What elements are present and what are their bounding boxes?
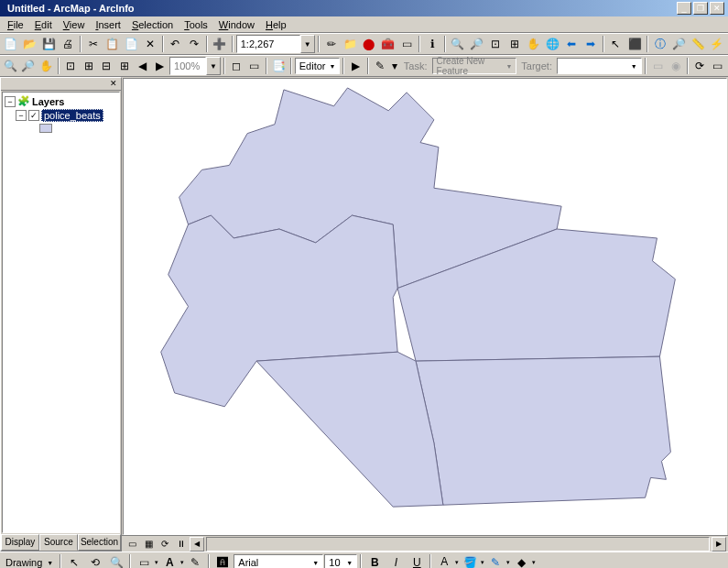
italic-button[interactable]: I <box>386 552 406 568</box>
close-button[interactable]: ✕ <box>710 2 724 15</box>
new-button[interactable]: 📄 <box>2 34 20 54</box>
full-extent-button[interactable]: 🌐 <box>543 34 561 54</box>
scroll-right-button[interactable]: ▶ <box>712 537 726 552</box>
minimize-button[interactable]: _ <box>677 2 691 15</box>
identify-button[interactable]: ⓘ <box>651 34 669 54</box>
chevron-down-icon[interactable]: ▾ <box>506 559 510 566</box>
select-elements-button[interactable]: ↖ <box>64 552 84 568</box>
command-line-button[interactable]: ▭ <box>398 34 417 54</box>
layout-fixed-zoom-in-button[interactable]: ⊟ <box>98 56 115 76</box>
menu-tools[interactable]: Tools <box>179 17 213 32</box>
add-data-button[interactable]: ➕ <box>211 34 229 54</box>
toggle-draft-button[interactable]: ◻ <box>228 56 245 76</box>
menu-help[interactable]: Help <box>260 17 292 32</box>
layout-pct-combo[interactable]: 100% ▼ <box>169 57 221 75</box>
focus-data-frame-button[interactable]: ▭ <box>246 56 264 76</box>
open-button[interactable]: 📂 <box>21 34 39 54</box>
split-tool-button[interactable]: ▭ <box>709 56 726 76</box>
bold-button[interactable]: B <box>364 552 385 568</box>
chevron-down-icon[interactable]: ▾ <box>155 559 158 566</box>
pause-drawing-button[interactable]: ⏸ <box>173 537 190 552</box>
sketch-properties-button[interactable]: ◉ <box>667 56 684 76</box>
tab-selection[interactable]: Selection <box>78 534 121 551</box>
redo-button[interactable]: ↷ <box>185 34 203 54</box>
layer-checkbox[interactable]: ✓ <box>28 110 39 121</box>
menu-insert[interactable]: Insert <box>90 17 126 32</box>
chevron-down-icon[interactable]: ▾ <box>180 559 184 566</box>
zoom-out-button[interactable]: 🔎 <box>468 34 486 54</box>
chevron-down-icon[interactable]: ▼ <box>47 560 57 566</box>
scale-combo[interactable]: 1:2,267 ▼ <box>236 35 315 53</box>
layer-label[interactable]: police_beats <box>41 109 103 122</box>
delete-button[interactable]: ✕ <box>141 34 159 54</box>
chevron-down-icon[interactable]: ▾ <box>481 559 484 566</box>
zoom-to-selected-button[interactable]: 🔍 <box>106 552 126 568</box>
layout-view-button[interactable]: ▦ <box>140 537 157 552</box>
select-elements-button[interactable]: ⬛ <box>625 34 644 54</box>
minus-icon[interactable]: − <box>5 96 16 107</box>
sketch-dropdown-icon[interactable]: ▾ <box>390 56 399 76</box>
zoom-whole-page-button[interactable]: ⊡ <box>62 56 80 76</box>
menu-edit[interactable]: Edit <box>29 17 58 32</box>
layout-prev-button[interactable]: ◀ <box>134 56 151 76</box>
data-view-button[interactable]: ▭ <box>124 537 140 552</box>
maximize-button[interactable]: ❐ <box>693 2 708 15</box>
next-extent-button[interactable]: ➡ <box>581 34 600 54</box>
menu-selection[interactable]: Selection <box>126 17 179 32</box>
tab-source[interactable]: Source <box>39 534 78 551</box>
toc-close-button[interactable]: ✕ <box>107 79 120 90</box>
horizontal-scrollbar[interactable] <box>206 537 710 552</box>
tab-display[interactable]: Display <box>1 534 39 551</box>
tree-layer[interactable]: − ✓ police_beats <box>5 108 117 123</box>
font-combo[interactable]: Arial ▼ <box>234 554 323 568</box>
editor-toolbar-button[interactable]: ✏ <box>322 34 341 54</box>
menu-window[interactable]: Window <box>213 17 260 32</box>
copy-button[interactable]: 📋 <box>103 34 122 54</box>
layer-symbol-swatch[interactable] <box>39 124 52 133</box>
scale-value[interactable]: 1:2,267 <box>236 35 300 53</box>
print-button[interactable]: 🖨 <box>59 34 77 54</box>
minus-icon[interactable]: − <box>16 110 27 121</box>
fixed-zoom-out-button[interactable]: ⊞ <box>505 34 524 54</box>
stop-icon[interactable]: ⬤ <box>360 34 378 54</box>
paste-button[interactable]: 📄 <box>122 34 140 54</box>
target-combo[interactable]: ▼ <box>557 58 642 74</box>
scale-dropdown-icon[interactable]: ▼ <box>300 35 315 53</box>
scroll-left-button[interactable]: ◀ <box>190 537 204 552</box>
tree-root[interactable]: − 🧩 Layers <box>5 94 117 108</box>
size-combo[interactable]: 10 ▼ <box>324 554 357 568</box>
undo-button[interactable]: ↶ <box>167 34 185 54</box>
font-color-button[interactable]: A <box>434 552 454 568</box>
arctoolbox-button[interactable]: 🧰 <box>379 34 397 54</box>
toc-tree[interactable]: − 🧩 Layers − ✓ police_beats <box>2 92 120 533</box>
new-rectangle-button[interactable]: ▭ <box>134 552 154 568</box>
menu-file[interactable]: File <box>2 17 29 32</box>
line-color-button[interactable]: ✎ <box>485 552 505 568</box>
layout-zoom-out-button[interactable]: 🔎 <box>20 56 38 76</box>
editor-menu[interactable]: Editor ▼ <box>295 58 341 74</box>
arccatalog-button[interactable]: 📁 <box>341 34 359 54</box>
measure-button[interactable]: 📏 <box>689 34 707 54</box>
find-button[interactable]: 🔎 <box>670 34 689 54</box>
zoom-in-button[interactable]: 🔍 <box>449 34 467 54</box>
fill-color-button[interactable]: 🪣 <box>460 552 480 568</box>
chevron-down-icon[interactable]: ▾ <box>532 559 536 566</box>
pan-button[interactable]: ✋ <box>525 34 543 54</box>
fixed-zoom-in-button[interactable]: ⊡ <box>486 34 505 54</box>
zoom-100-button[interactable]: ⊞ <box>80 56 97 76</box>
layout-fixed-zoom-out-button[interactable]: ⊞ <box>115 56 133 76</box>
underline-button[interactable]: U <box>407 552 427 568</box>
layout-pan-button[interactable]: ✋ <box>38 56 55 76</box>
menu-view[interactable]: View <box>58 17 91 32</box>
edit-vertices-button[interactable]: ✎ <box>185 552 205 568</box>
attributes-button[interactable]: ▭ <box>649 56 667 76</box>
layout-next-button[interactable]: ▶ <box>152 56 169 76</box>
rotate-button[interactable]: ⟲ <box>85 552 105 568</box>
layout-pct-dropdown-icon[interactable]: ▼ <box>206 57 221 75</box>
sketch-tool-button[interactable]: ✎ <box>372 56 389 76</box>
new-text-button[interactable]: A <box>159 552 179 568</box>
cut-button[interactable]: ✂ <box>84 34 103 54</box>
help-button[interactable]: ℹ <box>423 34 441 54</box>
change-layout-button[interactable]: 📑 <box>270 56 288 76</box>
marker-color-button[interactable]: ◆ <box>511 552 531 568</box>
